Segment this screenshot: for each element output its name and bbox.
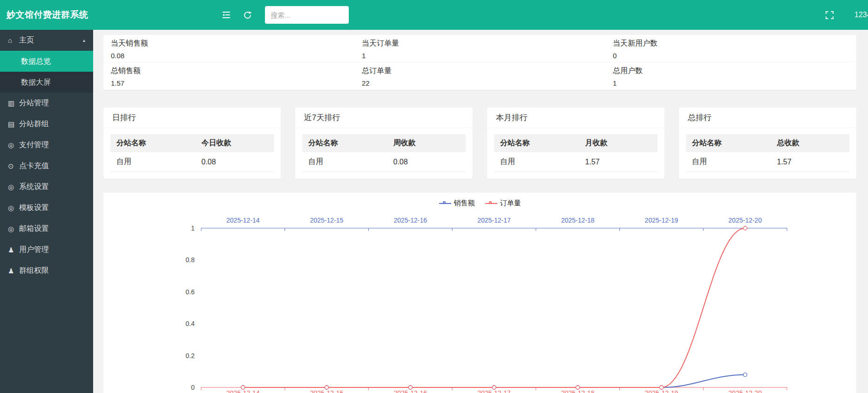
home-icon: ⌂ — [8, 36, 19, 44]
stat-value: 1.57 — [111, 79, 354, 87]
hamburger-icon — [222, 11, 231, 19]
cell-amount: 1.57 — [579, 152, 658, 172]
collapse-menu-icon[interactable] — [222, 11, 231, 19]
stat-total-users: 总用户数 1 — [605, 62, 856, 90]
payment-icon: ◎ — [8, 141, 19, 149]
rank-table: 分站名称 周收款 自用 0.08 — [302, 134, 466, 172]
sidebar-item-card-recharge[interactable]: ⊙ 点卡充值 — [0, 156, 93, 176]
stat-value: 1 — [362, 52, 605, 60]
username[interactable]: 12345 — [854, 11, 868, 19]
groups-icon: ▤ — [8, 120, 19, 129]
template-icon: ◎ — [8, 204, 19, 212]
sidebar: ⌂ 主页 ▲ 数据总览 数据大屏 ▥ 分站管理 ▤ 分站群组 ◎ 支付管理 ⊙ … — [0, 30, 93, 393]
svg-text:2025-12-15: 2025-12-15 — [310, 217, 344, 224]
stat-label: 总用户数 — [613, 66, 856, 76]
card-title: 本月排行 — [487, 108, 665, 128]
rank-card-daily: 日排行 分站名称 今日收款 自用 0.08 — [103, 108, 281, 179]
column-header: 总收款 — [771, 134, 849, 152]
rank-table: 分站名称 总收款 自用 1.57 — [686, 134, 849, 172]
mail-icon: ◎ — [8, 225, 19, 233]
sidebar-item-label: 群组权限 — [19, 266, 49, 276]
rank-table: 分站名称 月收款 自用 1.57 — [494, 134, 658, 172]
recharge-icon: ⊙ — [8, 162, 19, 170]
rank-cards-row: 日排行 分站名称 今日收款 自用 0.08 近7天排行 — [103, 108, 856, 179]
sidebar-item-label: 分站群组 — [19, 119, 49, 129]
sidebar-item-system-settings[interactable]: ◎ 系统设置 — [0, 176, 93, 197]
line-marker-icon — [439, 201, 451, 206]
svg-text:2025-12-20: 2025-12-20 — [728, 217, 762, 224]
sidebar-item-label: 邮箱设置 — [19, 224, 49, 234]
svg-text:2025-12-16: 2025-12-16 — [393, 389, 427, 393]
stat-label: 当天销售额 — [111, 39, 354, 48]
table-row: 自用 1.57 — [494, 152, 658, 172]
column-header: 分站名称 — [110, 134, 196, 152]
sidebar-item-home[interactable]: ⌂ 主页 ▲ — [0, 30, 93, 51]
sidebar-item-group-permissions[interactable]: ♟ 群组权限 — [0, 260, 93, 281]
sidebar-item-substation-management[interactable]: ▥ 分站管理 — [0, 93, 93, 114]
fullscreen-icon[interactable] — [825, 11, 834, 20]
sidebar-item-label: 系统设置 — [19, 182, 49, 192]
card-title: 总排行 — [679, 108, 856, 128]
sidebar-item-label: 支付管理 — [19, 140, 49, 150]
search-input[interactable] — [265, 6, 349, 24]
column-header: 分站名称 — [686, 134, 771, 152]
svg-text:2025-12-17: 2025-12-17 — [477, 389, 511, 393]
stat-daily-orders: 当天订单量 1 — [354, 35, 605, 62]
main-content: 当天销售额 0.08 当天订单量 1 当天新用户数 0 总销售额 1.57 总订… — [93, 30, 868, 393]
refresh-icon[interactable] — [243, 11, 252, 20]
sidebar-item-label: 模板设置 — [19, 203, 49, 213]
settings-icon: ◎ — [8, 183, 19, 191]
cell-amount: 0.08 — [196, 152, 274, 172]
cell-amount: 0.08 — [387, 152, 466, 172]
column-header: 今日收款 — [196, 134, 274, 152]
legend-label: 订单量 — [500, 199, 521, 208]
sidebar-item-mail-settings[interactable]: ◎ 邮箱设置 — [0, 218, 93, 239]
legend-label: 销售额 — [454, 199, 475, 208]
stat-label: 当天订单量 — [362, 39, 605, 48]
rank-card-month: 本月排行 分站名称 月收款 自用 1.57 — [487, 108, 665, 179]
topbar-right: 12345 — [825, 0, 868, 30]
stat-value: 0.08 — [111, 52, 354, 60]
stat-total-sales: 总销售额 1.57 — [103, 62, 354, 90]
stat-label: 当天新用户数 — [613, 39, 856, 48]
svg-text:0.2: 0.2 — [186, 352, 195, 359]
stat-value: 22 — [362, 79, 605, 87]
stats-row-today: 当天销售额 0.08 当天订单量 1 当天新用户数 0 — [103, 35, 856, 62]
sidebar-item-data-screen[interactable]: 数据大屏 — [0, 72, 93, 93]
rank-table: 分站名称 今日收款 自用 0.08 — [110, 134, 274, 172]
stat-label: 总销售额 — [111, 66, 354, 76]
stat-label: 总订单量 — [362, 66, 605, 76]
chevron-up-icon: ▲ — [82, 38, 86, 43]
cell-site-name: 自用 — [110, 152, 196, 172]
stats-row-total: 总销售额 1.57 总订单量 22 总用户数 1 — [103, 62, 856, 90]
stat-value: 1 — [613, 79, 856, 87]
stat-total-orders: 总订单量 22 — [354, 62, 605, 90]
user-icon: ♟ — [8, 246, 19, 254]
cell-site-name: 自用 — [494, 152, 579, 172]
sidebar-item-template-settings[interactable]: ◎ 模板设置 — [0, 197, 93, 218]
sidebar-item-label: 分站管理 — [19, 98, 49, 108]
legend-item-orders[interactable]: 订单量 — [485, 199, 521, 208]
sidebar-item-substation-groups[interactable]: ▤ 分站群组 — [0, 114, 93, 135]
stat-daily-new-users: 当天新用户数 0 — [605, 35, 856, 62]
sidebar-item-label: 主页 — [19, 35, 34, 45]
card-title: 近7天排行 — [295, 108, 473, 128]
svg-text:2025-12-18: 2025-12-18 — [561, 217, 595, 224]
stats-card: 当天销售额 0.08 当天订单量 1 当天新用户数 0 总销售额 1.57 总订… — [103, 35, 856, 90]
cell-amount: 1.57 — [771, 152, 849, 172]
svg-text:2025-12-17: 2025-12-17 — [477, 217, 511, 224]
legend-item-sales[interactable]: 销售额 — [439, 199, 475, 208]
cell-site-name: 自用 — [686, 152, 771, 172]
sidebar-item-data-overview[interactable]: 数据总览 — [0, 51, 93, 72]
table-row: 自用 0.08 — [302, 152, 466, 172]
column-header: 周收款 — [387, 134, 466, 152]
column-header: 月收款 — [579, 134, 658, 152]
svg-text:0.6: 0.6 — [186, 288, 195, 296]
column-header: 分站名称 — [494, 134, 579, 152]
svg-text:2025-12-15: 2025-12-15 — [310, 389, 344, 393]
svg-text:0.4: 0.4 — [186, 320, 195, 327]
stat-value: 0 — [613, 52, 856, 60]
sidebar-item-payment[interactable]: ◎ 支付管理 — [0, 135, 93, 156]
sidebar-item-user-management[interactable]: ♟ 用户管理 — [0, 239, 93, 260]
sidebar-item-label: 数据总览 — [21, 57, 51, 65]
